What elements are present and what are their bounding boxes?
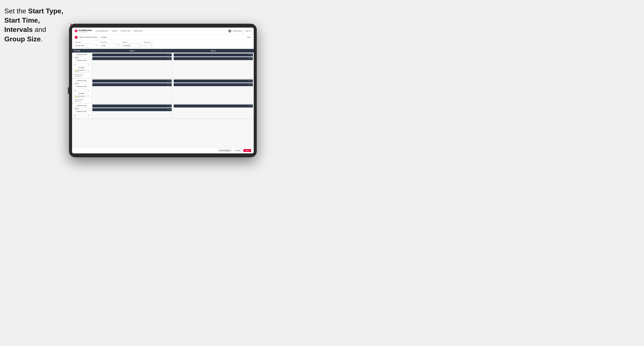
nav-right: blair@clippd.io | Sign out bbox=[228, 29, 251, 32]
hole-select-1[interactable]: 1210 bbox=[74, 63, 90, 66]
hole-select-wrap-3: 1210 ▾ bbox=[74, 113, 90, 117]
intervals-group: Intervals 10 Minutes 8 Minutes 12 Minute… bbox=[122, 41, 142, 47]
player-x-icon[interactable]: ✕ bbox=[167, 84, 169, 86]
player-expand-icon[interactable]: ⊙ bbox=[250, 84, 252, 86]
reset-changes-button[interactable]: Reset Changes bbox=[218, 149, 232, 152]
starting-time-label-2: STARTING TIME: bbox=[74, 80, 90, 81]
sign-out-button[interactable]: Sign out bbox=[246, 30, 251, 32]
th-team1: Team 1 bbox=[92, 49, 173, 53]
player-expand-icon[interactable]: ⊙ bbox=[169, 84, 171, 86]
group-block-3: STARTING TIME: ⏱ STARTING HOLE: 1210 ▾ bbox=[72, 104, 254, 119]
schedule-content[interactable]: STARTING TIME: ⏱ STARTING HOLE: 1210 ▾ C… bbox=[72, 53, 254, 147]
player-expand-icon[interactable]: ⊙ bbox=[250, 80, 252, 82]
group-block-2: STARTING TIME: ⏱ STARTING HOLE: 1210 ▾ C… bbox=[72, 79, 254, 104]
nav-rankings[interactable]: RANKINGS bbox=[134, 29, 143, 33]
player-x-icon[interactable]: ✕ bbox=[248, 54, 250, 56]
team1-col-3: ✕ ⊙ ✕ ⊙ bbox=[92, 104, 173, 119]
tee-actions-2: ○ Remove Group + Add Group bbox=[74, 99, 90, 102]
tee-actions-1: ○ Remove Group + Add Group bbox=[74, 74, 90, 77]
player-row: ✕ ⊙ bbox=[174, 53, 253, 56]
starting-time-input-2[interactable] bbox=[75, 83, 94, 84]
player-x-icon[interactable]: ✕ bbox=[248, 80, 250, 82]
brand: C SCOREBOARD Powered by clipp'd bbox=[75, 29, 92, 32]
course-tag-1: ⛳ (A) Peachtree GC ✕ bbox=[74, 69, 90, 73]
intervals-select-wrap: 10 Minutes 8 Minutes 12 Minutes ▾ bbox=[122, 43, 142, 47]
remove-group-btn-2[interactable]: ○ Remove Group bbox=[74, 99, 90, 100]
sign-out-link[interactable]: | bbox=[244, 30, 244, 32]
nav-tournaments[interactable]: TOURNAMENTS bbox=[95, 29, 108, 33]
hole-select-wrap-2: 1210 ▾ bbox=[74, 88, 90, 92]
hole-select-2[interactable]: 1210 bbox=[74, 89, 90, 92]
player-x-icon[interactable]: ✕ bbox=[167, 105, 169, 107]
player-x-icon[interactable]: ✕ bbox=[248, 84, 250, 86]
add-group-btn-2[interactable]: + Add Group bbox=[74, 101, 90, 102]
instruction-text: Set the Start Type, Start Time, Interval… bbox=[4, 6, 65, 44]
player-expand-icon[interactable]: ⊙ bbox=[169, 58, 171, 59]
player-x-icon[interactable]: ✕ bbox=[248, 105, 250, 107]
player-x-icon[interactable]: ✕ bbox=[248, 58, 250, 59]
breadcrumb: Clippd Invitational (Men) › Hosting bbox=[79, 36, 107, 38]
hole-select-wrap-1: 1210 ▾ bbox=[74, 62, 90, 66]
player-expand-icon[interactable]: ⊙ bbox=[250, 105, 252, 107]
course-tag-2: ⛳ East Lake GC ✕ bbox=[74, 95, 90, 98]
player-expand-icon[interactable]: ⊙ bbox=[169, 105, 171, 107]
save-button[interactable]: Save bbox=[243, 149, 251, 152]
start-time-group: Start Time 10:00 09:00 08:00 🕙 bbox=[100, 41, 120, 47]
user-email: blair@clippd.io bbox=[232, 30, 242, 32]
back-button[interactable]: ‹ Back bbox=[246, 36, 251, 38]
start-time-select-wrap: 10:00 09:00 08:00 🕙 bbox=[100, 43, 120, 47]
tee-time-col-1: STARTING TIME: ⏱ STARTING HOLE: 1210 ▾ C… bbox=[72, 53, 92, 78]
start-time-select[interactable]: 10:00 09:00 08:00 bbox=[100, 43, 120, 47]
hole-select-3[interactable]: 1210 bbox=[74, 114, 90, 117]
nav-committee[interactable]: COMMITTEE bbox=[120, 29, 131, 33]
group-size-select[interactable]: 3 2 4 bbox=[144, 43, 152, 47]
teams-col-3: ✕ ⊙ ✕ ⊙ ✕ ⊙ bbox=[92, 104, 254, 119]
sub-header: C Clippd Invitational (Men) › Hosting ‹ … bbox=[72, 34, 254, 40]
brand-c-icon: C bbox=[75, 29, 78, 32]
course-label-2: COURSE: bbox=[74, 93, 90, 94]
table-header: Tee Time Team 1 Team 2 bbox=[72, 49, 254, 53]
tablet-screen: C SCOREBOARD Powered by clipp'd TOURNAME… bbox=[72, 27, 254, 153]
teams-col-1: ✕ ⊙ ✕ ⊙ ✕ ⊙ ✕ bbox=[92, 53, 254, 78]
tournament-icon: C bbox=[75, 36, 78, 39]
intervals-select[interactable]: 10 Minutes 8 Minutes 12 Minutes bbox=[122, 43, 142, 47]
remove-group-btn-1[interactable]: ○ Remove Group bbox=[74, 74, 90, 75]
course-label-1: COURSE: bbox=[74, 67, 90, 68]
player-expand-icon[interactable]: ⊙ bbox=[250, 58, 252, 59]
player-expand-icon[interactable]: ⊙ bbox=[169, 109, 171, 111]
starting-hole-label-3: STARTING HOLE: bbox=[74, 111, 90, 112]
start-type-group: Start Type 1st Tee Start Shotgun Start ▾ bbox=[75, 41, 98, 47]
player-expand-icon[interactable]: ⊙ bbox=[250, 54, 252, 56]
intervals-label: Intervals bbox=[122, 41, 142, 43]
player-expand-icon[interactable]: ⊙ bbox=[169, 80, 171, 82]
player-expand-icon[interactable]: ⊙ bbox=[169, 54, 171, 56]
starting-time-input-3[interactable] bbox=[75, 108, 94, 109]
add-group-btn-1[interactable]: + Add Group bbox=[74, 76, 90, 77]
course-flag-icon-1: ⛳ bbox=[75, 70, 76, 72]
starting-time-label-1: STARTING TIME: bbox=[74, 54, 90, 55]
starting-time-input-wrap-1: ⏱ bbox=[74, 56, 90, 59]
th-team2: Team 2 bbox=[173, 49, 254, 53]
nav-teams[interactable]: TEAMS bbox=[112, 29, 118, 33]
tee-time-col-3: STARTING TIME: ⏱ STARTING HOLE: 1210 ▾ bbox=[72, 104, 92, 119]
starting-time-input-1[interactable] bbox=[75, 57, 94, 58]
player-x-icon[interactable]: ✕ bbox=[167, 80, 169, 82]
course-remove-1[interactable]: ✕ bbox=[88, 70, 89, 72]
cancel-button[interactable]: Cancel bbox=[234, 149, 242, 152]
tournament-name[interactable]: Clippd Invitational (Men) bbox=[79, 36, 98, 38]
course-remove-2[interactable]: ✕ bbox=[88, 95, 89, 97]
course-name-1: (A) Peachtree GC bbox=[77, 70, 87, 72]
team2-col-1: ✕ ⊙ ✕ ⊙ bbox=[173, 53, 254, 78]
team2-col-3: ✕ ⊙ bbox=[173, 104, 254, 119]
player-row: ✕ ⊙ bbox=[92, 53, 172, 56]
hosting-label: Hosting bbox=[101, 36, 106, 38]
start-type-select[interactable]: 1st Tee Start Shotgun Start bbox=[75, 43, 94, 47]
player-x-icon[interactable]: ✕ bbox=[167, 109, 169, 111]
player-row: ✕ ⊙ bbox=[92, 57, 172, 60]
player-x-icon[interactable]: ✕ bbox=[167, 58, 169, 59]
settings-bar: Start Type 1st Tee Start Shotgun Start ▾… bbox=[72, 40, 254, 49]
player-row: ✕ ⊙ bbox=[92, 79, 172, 83]
navbar: C SCOREBOARD Powered by clipp'd TOURNAME… bbox=[72, 27, 254, 34]
player-x-icon[interactable]: ✕ bbox=[167, 54, 169, 56]
tablet-frame: C SCOREBOARD Powered by clipp'd TOURNAME… bbox=[69, 24, 257, 157]
